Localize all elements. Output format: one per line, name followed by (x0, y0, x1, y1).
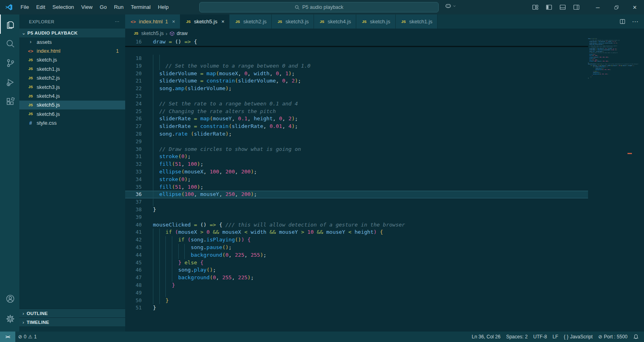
code-line-34[interactable]: 34 stroke(0); (125, 176, 588, 183)
activity-account[interactable] (0, 289, 19, 308)
close-button[interactable]: ✕ (625, 0, 644, 14)
code-line-30[interactable]: 30 // Draw some circles to show what is … (125, 146, 588, 153)
code-line-23[interactable]: 23 (125, 93, 588, 100)
file-item-assets[interactable]: ›assets (19, 37, 125, 46)
activity-extensions[interactable] (0, 92, 19, 111)
indentation-status[interactable]: Spaces: 2 (503, 332, 530, 342)
code-line-22[interactable]: 22 song.amp(sliderVolume); (125, 85, 588, 93)
code-line-27[interactable]: 27 sliderRate = constrain(sliderRate, 0.… (125, 123, 588, 130)
breadcrumb-file[interactable]: sketch5.js (141, 31, 164, 36)
code-line-19[interactable]: 19 // Set the volume to a range between … (125, 62, 588, 70)
toggle-secondary-sidebar-icon[interactable] (573, 4, 580, 10)
file-item-sketch2.js[interactable]: JSsketch2.js (19, 74, 125, 82)
notifications-bell[interactable] (630, 332, 642, 342)
toggle-panel-icon[interactable] (559, 4, 566, 10)
code-line-48[interactable]: 48 } (125, 282, 588, 289)
command-center-search[interactable]: P5 audio playback (199, 2, 439, 12)
code-area[interactable]: 16draw = () => { 1819 // Set the volume … (125, 38, 644, 332)
activity-run-debug[interactable] (0, 72, 19, 92)
tab-sketch3.js[interactable]: JSsketch3.js (272, 14, 314, 29)
toggle-sidebar-icon[interactable] (546, 4, 552, 10)
minimap[interactable]: draw = () => { // Set the volume to a ra… (588, 38, 627, 332)
code-line-47[interactable]: 47 background(0, 255, 225); (125, 274, 588, 282)
code-line-43[interactable]: 43 song.pause(); (125, 244, 588, 251)
code-line-24[interactable]: 24 // Set the rate to a range between 0.… (125, 100, 588, 108)
activity-source-control[interactable] (0, 53, 19, 72)
file-item-sketch4.js[interactable]: JSsketch4.js (19, 91, 125, 100)
code-line-28[interactable]: 28 song.rate (sliderRate); (125, 130, 588, 138)
code-line-16[interactable]: 16draw = () => { (125, 38, 588, 46)
code-line-37[interactable]: 37 (125, 198, 588, 206)
code-line-21[interactable]: 21 sliderVolume = constrain(sliderVolume… (125, 77, 588, 85)
file-item-index.html[interactable]: <>index.html1 (19, 46, 125, 55)
tab-sketch5.js[interactable]: JSsketch5.js× (180, 14, 229, 29)
code-line-29[interactable]: 29 (125, 138, 588, 146)
language-status[interactable]: { } JavaScript (561, 332, 595, 342)
cursor-position[interactable]: Ln 36, Col 26 (469, 332, 503, 342)
menu-file[interactable]: File (17, 2, 33, 12)
code-line-42[interactable]: 42 if (song.isPlaying()) { (125, 236, 588, 244)
code-line-44[interactable]: 44 background(0, 225, 255); (125, 251, 588, 259)
remote-indicator[interactable]: >< (0, 332, 15, 342)
breadcrumb[interactable]: JS sketch5.js › draw (125, 29, 644, 38)
code-line-18[interactable]: 18 (125, 55, 588, 62)
outline-section-header[interactable]: › OUTLINE (19, 309, 125, 317)
code-line-51[interactable]: 51} (125, 304, 588, 312)
code-line-26[interactable]: 26 sliderRate = map(mouseY, 0.1, height,… (125, 115, 588, 123)
code-line-38[interactable]: 38} (125, 206, 588, 214)
code-line-33[interactable]: 33 ellipse(mouseX, 100, 200, 200); (125, 168, 588, 176)
tab-sketch.js[interactable]: JSsketch.js (356, 14, 396, 29)
problems-status[interactable]: ⊘ 0 ⚠ 1 (15, 332, 39, 342)
code-line-25[interactable]: 25 // Changing the rate alters the pitch (125, 108, 588, 115)
menu-run[interactable]: Run (110, 2, 127, 12)
file-item-sketch6.js[interactable]: JSsketch6.js (19, 109, 125, 118)
overview-ruler[interactable] (627, 38, 644, 332)
file-item-sketch1.js[interactable]: JSsketch1.js (19, 64, 125, 73)
eol-status[interactable]: LF (550, 332, 561, 342)
tab-sketch4.js[interactable]: JSsketch4.js (314, 14, 356, 29)
code-line-40[interactable]: 40mouseClicked = () => { /// this will a… (125, 221, 588, 229)
project-folder-header[interactable]: ⌄ P5 AUDIO PLAYBACK (19, 29, 125, 37)
split-editor-icon[interactable] (619, 19, 625, 25)
tab-index.html[interactable]: <>index.html1× (125, 14, 180, 29)
more-actions-icon[interactable]: ⋯ (632, 18, 638, 25)
menu-selection[interactable]: Selection (49, 2, 77, 12)
minimize-button[interactable]: ─ (588, 0, 607, 14)
customize-layout-icon[interactable] (532, 4, 539, 10)
explorer-more-actions-icon[interactable]: ⋯ (115, 19, 120, 24)
file-item-sketch3.js[interactable]: JSsketch3.js (19, 82, 125, 91)
code-line-46[interactable]: 46 song.play(); (125, 266, 588, 274)
tab-sketch2.js[interactable]: JSsketch2.js (229, 14, 272, 29)
file-item-style.css[interactable]: #style.css (19, 119, 125, 128)
code-line-36[interactable]: 36 ellipse(100, mouseY, 250, 200); (125, 191, 588, 198)
maximize-button[interactable] (607, 0, 625, 14)
code-line-49[interactable]: 49 (125, 289, 588, 297)
encoding-status[interactable]: UTF-8 (530, 332, 550, 342)
sticky-scroll-line[interactable]: 16draw = () => { (125, 38, 588, 47)
menu-go[interactable]: Go (96, 2, 110, 12)
code-line-31[interactable]: 31 stroke(0); (125, 153, 588, 161)
menu-view[interactable]: View (78, 2, 96, 12)
code-line-32[interactable]: 32 fill(51, 100); (125, 161, 588, 168)
menu-terminal[interactable]: Terminal (127, 2, 154, 12)
copilot-button[interactable] (445, 2, 456, 9)
tab-sketch1.js[interactable]: JSsketch1.js (396, 14, 438, 29)
activity-search[interactable] (0, 34, 19, 53)
menu-edit[interactable]: Edit (33, 2, 49, 12)
live-server-port[interactable]: ⊘ Port : 5500 (595, 332, 630, 342)
tab-close-icon[interactable]: × (221, 19, 225, 25)
code-line-45[interactable]: 45 } else { (125, 259, 588, 267)
tab-close-icon[interactable]: × (172, 19, 175, 25)
menu-help[interactable]: Help (154, 2, 172, 12)
timeline-section-header[interactable]: › TIMELINE (19, 317, 125, 326)
activity-settings[interactable] (0, 309, 19, 328)
code-line-41[interactable]: 41 if (mouseX > 0 && mouseX < width && m… (125, 229, 588, 236)
activity-explorer[interactable] (0, 14, 19, 34)
code-line-20[interactable]: 20 sliderVolume = map(mouseX, 0, width, … (125, 70, 588, 78)
code-line-35[interactable]: 35 fill(51, 100); (125, 183, 588, 191)
code-line-50[interactable]: 50 } (125, 297, 588, 305)
file-item-sketch.js[interactable]: JSsketch.js (19, 56, 125, 64)
breadcrumb-symbol[interactable]: draw (177, 31, 188, 36)
code-line-39[interactable]: 39 (125, 214, 588, 221)
file-item-sketch5.js[interactable]: JSsketch5.js (19, 101, 125, 109)
